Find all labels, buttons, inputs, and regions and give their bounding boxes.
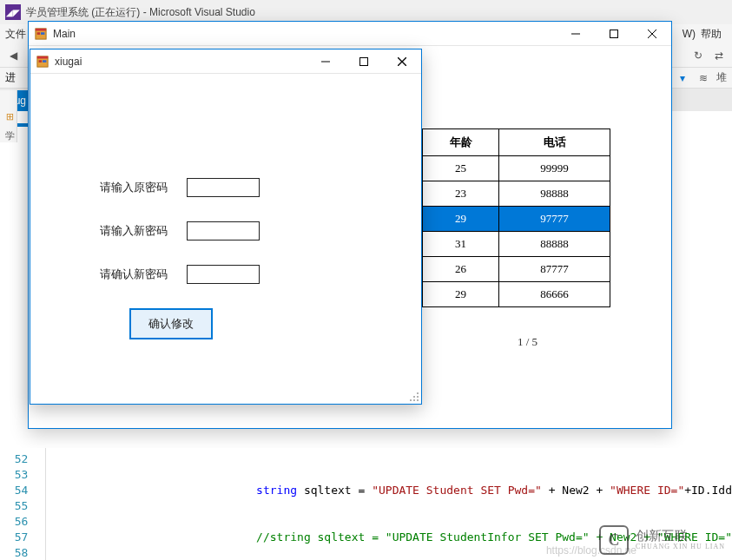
cell-phone: 86666 xyxy=(499,282,610,307)
svg-rect-3 xyxy=(41,32,44,35)
watermark-sub: CHUANG XIN HU LIAN xyxy=(636,543,725,550)
main-window-titlebar: Main xyxy=(29,22,671,46)
close-button[interactable] xyxy=(383,49,421,74)
back-icon[interactable]: ◀ xyxy=(5,48,21,63)
line-number: 52 xyxy=(0,451,28,467)
cell-age: 26 xyxy=(423,257,499,282)
cell-age: 31 xyxy=(423,232,499,257)
table-row[interactable]: 2986666 xyxy=(423,282,610,307)
cell-phone: 88888 xyxy=(499,232,610,257)
table-row[interactable]: 2997777 xyxy=(423,207,610,232)
cell-phone: 97777 xyxy=(499,207,610,232)
sync-icon[interactable]: ⇄ xyxy=(711,48,727,63)
form-icon xyxy=(36,55,49,69)
cell-age: 25 xyxy=(423,156,499,181)
table-row[interactable]: 2398888 xyxy=(423,181,610,207)
watermark: C 创新互联 CHUANG XIN HU LIAN xyxy=(599,525,725,555)
minimize-button[interactable] xyxy=(307,49,345,74)
side-panel-button[interactable]: ⊞ 学 xyxy=(0,90,17,142)
confirm-button-label: 确认修改 xyxy=(148,316,194,332)
cell-age: 23 xyxy=(423,181,499,207)
menu-help[interactable]: 帮助 xyxy=(701,27,722,42)
table-row[interactable]: 2599999 xyxy=(423,156,610,181)
close-button[interactable] xyxy=(633,22,671,46)
confirm-password-input[interactable] xyxy=(187,265,260,284)
svg-rect-10 xyxy=(39,60,43,63)
table-row[interactable]: 2687777 xyxy=(423,257,610,282)
svg-point-21 xyxy=(417,399,419,401)
table-pager: 1 / 5 xyxy=(518,335,537,349)
line-number: 57 xyxy=(0,530,28,545)
student-table[interactable]: 年龄 电话 2599999239888829977773188888268777… xyxy=(422,128,610,307)
menu-window[interactable]: W) xyxy=(683,28,696,40)
svg-point-16 xyxy=(417,392,419,394)
vs-logo-icon: ◢◤ xyxy=(5,4,21,20)
xiugai-title: xiugai xyxy=(55,56,82,68)
svg-point-18 xyxy=(417,396,419,398)
new-password-input[interactable] xyxy=(187,221,260,240)
svg-rect-11 xyxy=(43,60,46,63)
chevron-down-icon[interactable]: ▾ xyxy=(675,70,690,86)
line-number: 54 xyxy=(0,483,28,498)
svg-point-20 xyxy=(413,399,415,401)
old-password-input[interactable] xyxy=(187,178,260,197)
svg-rect-2 xyxy=(37,32,41,35)
cell-phone: 87777 xyxy=(499,257,610,282)
maximize-button[interactable] xyxy=(345,49,383,74)
svg-point-19 xyxy=(410,399,412,401)
cell-age: 29 xyxy=(423,207,499,232)
cell-phone: 99999 xyxy=(499,156,610,181)
watermark-logo-icon: C xyxy=(599,525,629,555)
resize-grip-icon[interactable] xyxy=(407,390,419,402)
table-row[interactable]: 3188888 xyxy=(423,232,610,257)
line-number: 53 xyxy=(0,467,28,483)
xiugai-window: xiugai 请输入原密码 请输入新密码 请确认新密码 确认修改 xyxy=(30,49,422,405)
confirm-button[interactable]: 确认修改 xyxy=(129,308,213,339)
line-number: 58 xyxy=(0,545,28,560)
svg-rect-13 xyxy=(360,57,368,65)
xiugai-titlebar: xiugai xyxy=(30,49,421,74)
svg-rect-9 xyxy=(37,56,48,58)
breadcrumb-label: 进 xyxy=(5,70,16,85)
confirm-password-label: 请确认新密码 xyxy=(100,267,187,282)
cell-phone: 98888 xyxy=(499,181,610,207)
line-number: 55 xyxy=(0,498,28,514)
old-password-label: 请输入原密码 xyxy=(100,180,187,195)
column-header-phone[interactable]: 电话 xyxy=(499,129,610,156)
menu-file[interactable]: 文件 xyxy=(5,27,26,42)
vs-window-title: 学员管理系统 (正在运行) - Microsoft Visual Studio xyxy=(26,5,255,20)
svg-rect-1 xyxy=(36,28,46,30)
old-password-row: 请输入原密码 xyxy=(100,178,421,197)
line-number: 56 xyxy=(0,514,28,530)
maximize-button[interactable] xyxy=(595,22,633,46)
table-header-row: 年龄 电话 xyxy=(423,129,610,156)
wave-icon[interactable]: ≋ xyxy=(696,70,711,86)
column-header-age[interactable]: 年龄 xyxy=(423,129,499,156)
svg-point-17 xyxy=(413,396,415,398)
refresh-icon[interactable]: ↻ xyxy=(690,48,706,63)
new-password-label: 请输入新密码 xyxy=(100,223,187,239)
watermark-name: 创新互联 xyxy=(636,530,725,543)
new-password-row: 请输入新密码 xyxy=(100,221,421,240)
fold-gutter xyxy=(35,448,46,560)
stack-label: 堆 xyxy=(716,70,727,85)
confirm-password-row: 请确认新密码 xyxy=(100,265,421,284)
svg-rect-5 xyxy=(610,30,618,37)
cell-age: 29 xyxy=(423,282,499,307)
line-number-gutter: 52535455565758 xyxy=(0,448,35,560)
main-window-title: Main xyxy=(53,28,76,40)
minimize-button[interactable] xyxy=(557,22,595,46)
xiugai-body: 请输入原密码 请输入新密码 请确认新密码 确认修改 xyxy=(30,74,421,339)
form-icon xyxy=(34,27,48,41)
